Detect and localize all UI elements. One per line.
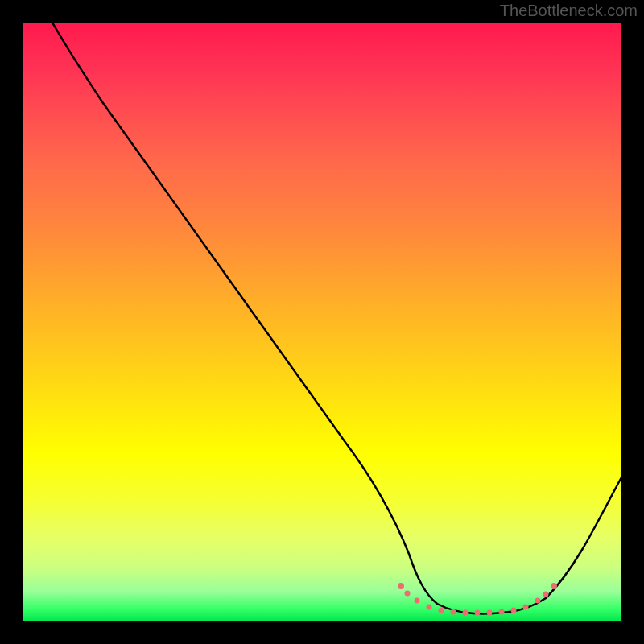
main-curve-path — [52, 23, 621, 613]
dot-marker — [427, 605, 432, 610]
dot-marker — [551, 583, 557, 589]
dot-marker — [398, 583, 404, 589]
dot-marker — [543, 592, 549, 597]
dot-marker — [451, 609, 456, 615]
dot-marker — [463, 610, 469, 616]
dot-marker — [415, 598, 420, 604]
dot-marker — [487, 610, 493, 616]
dot-marker — [475, 610, 481, 616]
chart-plot-area — [23, 23, 621, 621]
dot-marker — [523, 605, 529, 610]
dotted-segment — [398, 583, 557, 616]
dot-marker — [405, 591, 411, 597]
chart-svg — [23, 23, 621, 621]
dot-marker — [499, 609, 505, 615]
dot-marker — [439, 608, 444, 613]
watermark-text: TheBottleneck.com — [500, 2, 638, 20]
dot-marker — [511, 608, 517, 613]
dot-marker — [535, 598, 541, 604]
